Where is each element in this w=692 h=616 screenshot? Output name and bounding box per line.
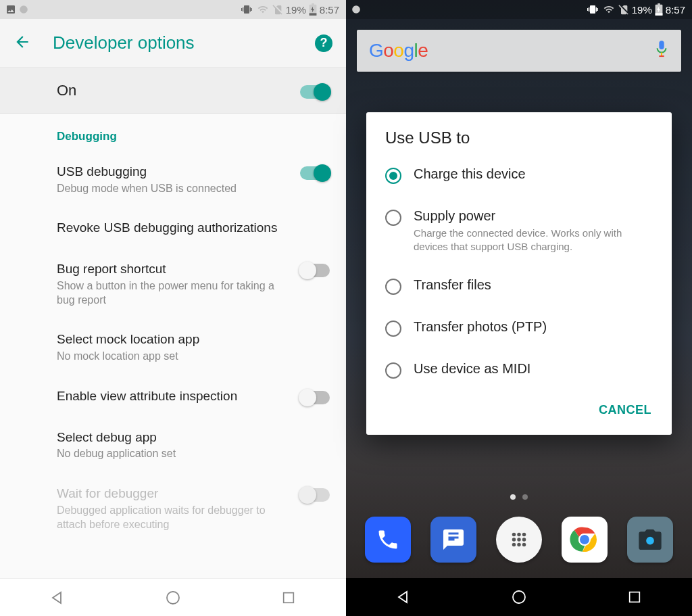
radio-transfer-photos[interactable]: Transfer photos (PTP) (366, 307, 672, 349)
vibrate-icon (240, 4, 253, 15)
radio-button[interactable] (385, 279, 401, 295)
battery-percent: 19% (286, 4, 306, 16)
app-camera[interactable] (627, 517, 673, 563)
radio-supply-power[interactable]: Supply power Charge the connected device… (366, 196, 672, 265)
svg-point-11 (522, 533, 526, 537)
usb-dialog: Use USB to Charge this device Supply pow… (366, 112, 672, 435)
svg-point-23 (513, 591, 525, 603)
mic-icon[interactable] (654, 39, 669, 62)
image-icon (5, 4, 16, 15)
setting-subtitle: No mock location app set (57, 350, 319, 364)
page-dot (522, 494, 528, 500)
nav-recent[interactable] (608, 584, 662, 611)
back-button[interactable] (14, 33, 31, 53)
radio-transfer-files[interactable]: Transfer files (366, 265, 672, 307)
phone-left: 19% 8:57 Developer options ? On Debuggin… (0, 0, 346, 616)
svg-rect-5 (655, 13, 662, 16)
setting-select-debug-app[interactable]: Select debug app No debug application se… (0, 417, 346, 473)
setting-wait-for-debugger: Wait for debugger Debugged application w… (0, 473, 346, 544)
homescreen: Google Use USB to Charge t (346, 19, 692, 578)
setting-title: USB debugging (57, 164, 289, 181)
svg-point-2 (167, 592, 179, 604)
setting-bug-report-shortcut[interactable]: Bug report shortcut Show a button in the… (0, 249, 346, 319)
radio-button[interactable] (385, 362, 401, 379)
page-dot-active (510, 494, 516, 500)
svg-point-15 (512, 543, 516, 547)
setting-view-attribute[interactable]: Enable view attribute inspection (0, 376, 346, 417)
setting-subtitle: Debugged application waits for debugger … (57, 504, 289, 532)
setting-subtitle: No debug application set (57, 447, 319, 461)
radio-midi[interactable]: Use device as MIDI (366, 349, 672, 391)
setting-mock-location[interactable]: Select mock location app No mock locatio… (0, 319, 346, 375)
svg-point-9 (512, 533, 516, 537)
radio-button[interactable] (385, 168, 401, 184)
setting-title: Bug report shortcut (57, 261, 289, 278)
app-phone[interactable] (365, 517, 411, 563)
setting-title: Wait for debugger (57, 485, 289, 502)
page-indicator (346, 494, 692, 500)
battery-icon (655, 3, 663, 16)
page-title: Developer options (53, 32, 293, 53)
app-chrome[interactable] (562, 517, 608, 563)
phone-right: 19% 8:57 Google (346, 0, 692, 616)
app-bar: Developer options ? (0, 19, 346, 68)
master-toggle-row[interactable]: On (0, 68, 346, 114)
toggle-view-attribute[interactable] (300, 391, 330, 404)
wifi-icon (602, 4, 616, 15)
google-logo: Google (369, 40, 428, 62)
google-search-bar[interactable]: Google (357, 30, 681, 72)
radio-label: Transfer photos (PTP) (414, 319, 547, 335)
toggle-usb-debugging[interactable] (300, 166, 330, 180)
setting-title: Enable view attribute inspection (57, 388, 289, 405)
svg-point-4 (352, 5, 360, 14)
vibrate-icon (586, 4, 599, 15)
setting-title: Select debug app (57, 429, 319, 446)
settings-list[interactable]: Debugging USB debugging Debug mode when … (0, 114, 346, 578)
app-messages[interactable] (430, 517, 476, 563)
app-drawer[interactable] (496, 517, 542, 563)
nav-home[interactable] (492, 584, 546, 611)
nav-recent[interactable] (262, 584, 316, 611)
svg-rect-3 (283, 592, 293, 602)
clock-time: 8:57 (320, 4, 339, 16)
svg-point-14 (522, 538, 526, 542)
radio-charge-device[interactable]: Charge this device (366, 154, 672, 196)
nav-home[interactable] (146, 584, 200, 611)
clock-time: 8:57 (666, 4, 685, 16)
battery-percent: 19% (632, 4, 652, 16)
nav-back[interactable] (30, 584, 84, 611)
radio-button[interactable] (385, 321, 401, 337)
nav-bar (346, 578, 692, 616)
battery-icon (309, 3, 317, 16)
svg-rect-1 (309, 13, 316, 16)
wifi-icon (256, 4, 270, 15)
svg-rect-24 (629, 592, 639, 602)
radio-label: Charge this device (414, 166, 526, 182)
svg-rect-6 (659, 41, 664, 49)
radio-description: Charge the connected device. Works only … (414, 227, 653, 253)
setting-revoke-usb[interactable]: Revoke USB debugging authorizations (0, 208, 346, 249)
status-bar: 19% 8:57 (346, 0, 692, 19)
radio-button[interactable] (385, 210, 401, 226)
circle-icon (19, 5, 28, 14)
svg-point-13 (517, 538, 521, 542)
svg-point-10 (517, 533, 521, 537)
status-bar: 19% 8:57 (0, 0, 346, 19)
setting-usb-debugging[interactable]: USB debugging Debug mode when USB is con… (0, 151, 346, 208)
nav-back[interactable] (376, 584, 430, 611)
setting-title: Revoke USB debugging authorizations (57, 220, 319, 237)
dialog-title: Use USB to (366, 128, 672, 154)
radio-label: Transfer files (414, 277, 491, 293)
toggle-bug-report[interactable] (300, 264, 330, 277)
master-toggle-label: On (57, 82, 300, 99)
help-button[interactable]: ? (315, 34, 332, 52)
setting-subtitle: Show a button in the power menu for taki… (57, 279, 289, 308)
svg-point-17 (522, 543, 526, 547)
setting-subtitle: Debug mode when USB is connected (57, 182, 289, 196)
svg-point-12 (512, 538, 516, 542)
setting-title: Select mock location app (57, 331, 319, 348)
master-toggle[interactable] (300, 85, 330, 99)
nav-bar (0, 578, 346, 616)
cancel-button[interactable]: CANCEL (591, 396, 660, 424)
toggle-wait-debugger (300, 488, 330, 502)
